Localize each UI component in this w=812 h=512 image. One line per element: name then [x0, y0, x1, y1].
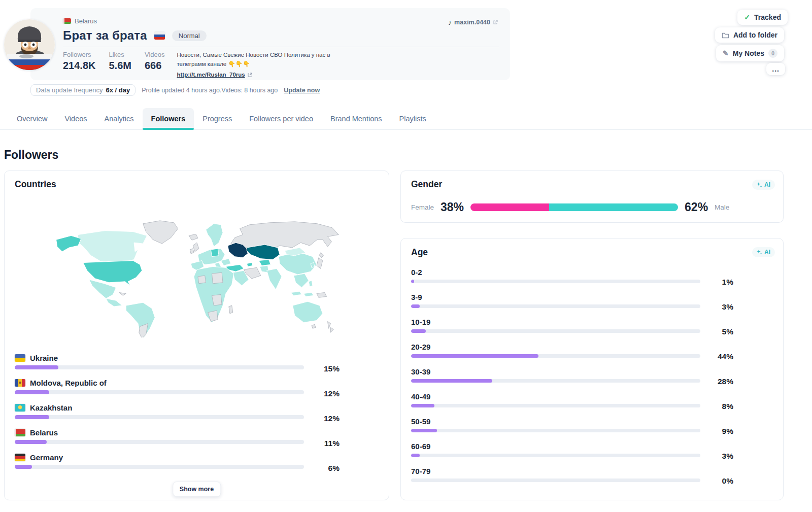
tab[interactable]: Videos: [56, 108, 95, 129]
profile-header-card: Belarus Брат за брата Normal Followers 2…: [30, 8, 510, 80]
tiktok-icon: ♪: [448, 18, 452, 26]
age-range-label: 10-19: [411, 318, 774, 326]
female-label: Female: [411, 203, 434, 211]
country-bar-track: [15, 390, 304, 394]
age-range-label: 3-9: [411, 293, 774, 301]
profile-country-row: Belarus: [63, 17, 97, 25]
age-row: 40-49 8%: [411, 392, 774, 408]
tab[interactable]: Followers: [143, 108, 194, 129]
stat-block: Followers 214.8K: [63, 51, 96, 79]
age-percent: 44%: [708, 352, 733, 361]
gender-bar-male: [549, 203, 678, 211]
age-bar-fill: [411, 379, 492, 383]
my-notes-button[interactable]: ✎ My Notes 0: [716, 45, 784, 61]
profile-updated-status: Profile updated 4 hours ago.Videos: 8 ho…: [142, 87, 278, 94]
stat-block: Videos 666: [145, 51, 165, 79]
tab-bar: OverviewVideosAnalyticsFollowersProgress…: [0, 108, 812, 130]
country-row: Ukraine 15%: [15, 354, 380, 370]
age-bar-track: [411, 280, 700, 283]
bio-line-1: Новости, Самые Свежие Новости СВО Полити…: [177, 51, 330, 60]
age-range-label: 70-79: [411, 467, 774, 475]
profile-bio: Новости, Самые Свежие Новости СВО Полити…: [177, 51, 330, 79]
country-flag-icon: [15, 454, 25, 461]
country-flag-icon: [15, 354, 25, 362]
country-bar-track: [15, 365, 304, 369]
country-bar-fill: [15, 465, 32, 469]
age-percent: 1%: [708, 278, 733, 287]
age-range-label: 40-49: [411, 392, 774, 401]
map-russia: [231, 222, 339, 251]
age-bar-fill: [411, 454, 420, 457]
telegram-link[interactable]: http://t.me/Ruslan_70rus: [177, 71, 252, 80]
age-bar-track: [411, 404, 700, 407]
tracked-button[interactable]: ✓ Tracked: [737, 10, 788, 25]
age-row: 20-29 44%: [411, 343, 774, 359]
stat-value: 5.6M: [109, 60, 131, 72]
profile-avatar: [4, 19, 55, 70]
country-name: Belarus: [30, 428, 58, 437]
age-bar-track: [411, 354, 700, 358]
age-row: 10-19 5%: [411, 318, 774, 334]
tab[interactable]: Overview: [8, 108, 56, 129]
tab[interactable]: Playlists: [391, 108, 435, 129]
tab[interactable]: Followers per video: [241, 108, 322, 129]
gender-title: Gender: [411, 179, 442, 190]
age-percent: 5%: [708, 327, 733, 336]
external-link-icon: [493, 20, 498, 25]
tiktok-username-link[interactable]: ♪ maxim.0440: [448, 18, 498, 26]
age-percent: 0%: [708, 476, 733, 486]
country-name: Kazakhstan: [30, 403, 72, 412]
country-bar-fill: [15, 365, 58, 369]
country-name: Germany: [30, 453, 63, 462]
telegram-link-text: http://t.me/Ruslan_70rus: [177, 71, 245, 80]
stat-value: 214.8K: [63, 60, 96, 72]
country-flag-icon: [15, 379, 25, 387]
russia-flag-image: [154, 32, 165, 40]
gender-bar: [470, 203, 678, 211]
world-map-choropleth[interactable]: [45, 218, 345, 339]
age-row: 30-39 28%: [411, 367, 774, 384]
age-range-label: 0-2: [411, 268, 774, 277]
belarus-flag-icon: [63, 18, 71, 24]
age-range-label: 60-69: [411, 442, 774, 451]
profile-stats-row: Followers 214.8K Likes 5.6M Videos 666 Н…: [63, 51, 330, 79]
gender-card: Gender AI Female 38% 62% Male: [400, 170, 784, 223]
age-range-label: 30-39: [411, 367, 774, 376]
more-options-button[interactable]: ...: [766, 63, 785, 75]
male-percent: 62%: [685, 200, 708, 214]
age-bar-track: [411, 454, 700, 457]
ai-badge[interactable]: AI: [752, 247, 775, 257]
data-update-frequency-pill: Data update frequency 6x / day: [30, 84, 136, 96]
add-to-folder-button[interactable]: Add to folder: [715, 27, 784, 43]
tab[interactable]: Progress: [194, 108, 241, 129]
age-bar-track: [411, 379, 700, 383]
country-percent: 15%: [315, 364, 340, 373]
country-bar-track: [15, 465, 304, 469]
external-link-icon: [247, 73, 252, 78]
country-flag-icon: [15, 429, 25, 436]
profile-title: Брат за брата: [63, 28, 147, 43]
ellipsis-icon: ...: [772, 65, 780, 73]
age-bar-fill: [411, 329, 426, 333]
age-percent: 3%: [708, 302, 733, 312]
female-percent: 38%: [441, 200, 464, 214]
map-greenland: [143, 221, 178, 244]
update-now-link[interactable]: Update now: [284, 87, 320, 94]
country-row: Moldova, Republic of 12%: [15, 379, 380, 395]
ai-badge[interactable]: AI: [752, 180, 775, 190]
stat-value: 666: [145, 60, 165, 72]
countries-card: Countries: [4, 170, 389, 500]
country-row: Germany 6%: [15, 453, 380, 470]
age-list: 0-2 1% 3-9 3% 10-19 5% 20-29: [411, 268, 774, 492]
tab[interactable]: Brand Mentions: [322, 108, 391, 129]
gender-bar-female: [470, 203, 549, 211]
sparkles-icon: [757, 250, 762, 255]
country-list: Ukraine 15% Moldova, Republic of 12%: [15, 354, 380, 478]
bio-line-2: телеграмм канале 👇👇👇: [177, 60, 330, 69]
tab[interactable]: Analytics: [96, 108, 143, 129]
show-more-button[interactable]: Show more: [173, 482, 221, 497]
age-percent: 9%: [708, 427, 733, 436]
country-bar-track: [15, 415, 304, 419]
profile-stats: Followers 214.8K Likes 5.6M Videos 666: [63, 51, 164, 79]
age-card: Age AI 0-2 1% 3-9 3% 10-19: [400, 238, 784, 500]
